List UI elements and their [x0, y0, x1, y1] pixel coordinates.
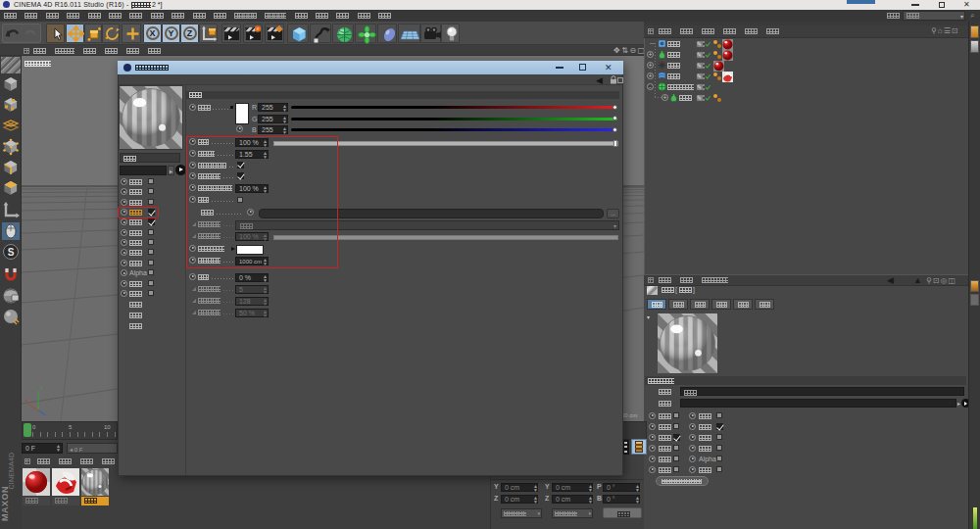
svg-text:Y: Y: [40, 385, 44, 391]
svg-text:S: S: [8, 247, 15, 258]
svg-text:X: X: [25, 398, 29, 404]
